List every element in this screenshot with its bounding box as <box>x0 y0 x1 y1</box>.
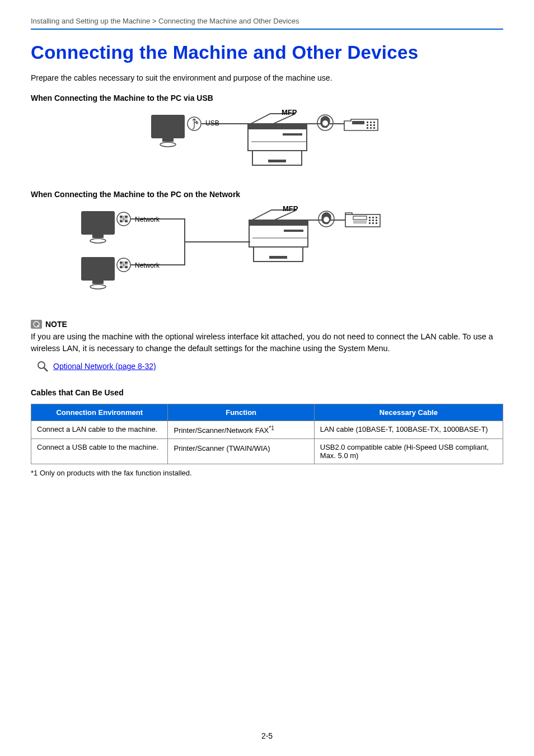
mfp-label-net: MFP <box>283 204 298 213</box>
pc-icon-net-2 <box>81 257 115 289</box>
svg-rect-14 <box>370 122 372 123</box>
pc-icon <box>151 115 185 147</box>
network-icon-1 <box>117 212 130 226</box>
cell-cable-1: USB2.0 compatible cable (Hi-Speed USB co… <box>314 439 503 464</box>
table-row: Connect a USB cable to the machine. Prin… <box>31 439 503 464</box>
svg-rect-15 <box>373 122 375 123</box>
svg-rect-20 <box>370 127 372 129</box>
svg-point-24 <box>90 239 106 243</box>
svg-rect-1 <box>162 138 174 142</box>
svg-rect-57 <box>369 220 371 221</box>
usb-connector-icon <box>188 117 201 130</box>
network-cable-path <box>130 219 250 265</box>
table-header-row: Connection Environment Function Necessar… <box>31 404 503 421</box>
pc-icon-net-1 <box>81 211 115 243</box>
cables-heading: Cables that Can Be Used <box>31 388 503 397</box>
svg-rect-30 <box>125 220 128 222</box>
note-icon <box>31 320 42 329</box>
cell-env-1: Connect a USB cable to the machine. <box>31 439 168 464</box>
magnifier-icon <box>36 360 49 372</box>
page-title: Connecting the Machine and Other Devices <box>31 42 503 63</box>
subheading-usb: When Connecting the Machine to the PC vi… <box>31 94 503 102</box>
th-func: Function <box>168 404 314 421</box>
network-label-2: Network <box>135 262 160 269</box>
svg-rect-56 <box>376 217 377 218</box>
mfp-printer-icon-net <box>249 210 308 262</box>
svg-line-66 <box>44 368 48 372</box>
svg-rect-39 <box>120 266 123 268</box>
cables-table: Connection Environment Function Necessar… <box>31 404 503 464</box>
svg-rect-43 <box>249 220 308 226</box>
usb-label: USB <box>205 119 219 127</box>
svg-rect-33 <box>92 281 104 284</box>
svg-rect-26 <box>120 216 123 218</box>
page-number: 2-5 <box>261 731 273 740</box>
mfp-printer-icon <box>248 114 307 165</box>
svg-rect-5 <box>248 124 307 129</box>
diagram-usb: MFP USB <box>31 109 503 182</box>
svg-rect-59 <box>376 220 377 221</box>
breadcrumb: Installing and Setting up the Machine > … <box>31 17 503 25</box>
mfp-label: MFP <box>282 108 297 116</box>
svg-rect-54 <box>369 217 371 218</box>
phone-handset-icon-net <box>318 211 334 227</box>
note-body: If you are using the machine with the op… <box>31 331 503 354</box>
svg-rect-0 <box>151 115 185 138</box>
cell-func-0: Printer/Scanner/Network FAX*1 <box>168 421 314 439</box>
note-box: NOTE If you are using the machine with t… <box>31 320 503 372</box>
svg-rect-22 <box>81 211 115 235</box>
intro-text: Prepare the cables necessary to suit the… <box>31 73 503 82</box>
phone-base-icon <box>344 119 378 130</box>
svg-rect-13 <box>367 122 368 123</box>
svg-rect-61 <box>372 222 374 224</box>
svg-rect-32 <box>81 257 115 281</box>
svg-rect-36 <box>120 262 123 264</box>
network-diagram-svg <box>31 206 423 309</box>
svg-rect-6 <box>252 151 302 165</box>
cell-env-0: Connect a LAN cable to the machine. <box>31 421 168 439</box>
svg-rect-21 <box>373 127 375 129</box>
svg-point-2 <box>160 142 176 147</box>
svg-point-65 <box>38 362 45 368</box>
svg-rect-46 <box>284 230 303 232</box>
svg-rect-62 <box>376 222 377 224</box>
note-header: NOTE <box>31 320 503 329</box>
svg-rect-23 <box>92 235 104 238</box>
svg-rect-8 <box>283 133 302 136</box>
diagram-network: MFP Network Network <box>31 206 503 312</box>
phone-handset-icon <box>317 115 333 130</box>
svg-point-34 <box>90 284 106 289</box>
svg-rect-45 <box>269 256 287 259</box>
cell-cable-0: LAN cable (10BASE-T, 100BASE-TX, 1000BAS… <box>314 421 503 439</box>
svg-rect-51 <box>353 216 367 220</box>
svg-point-49 <box>324 217 329 222</box>
usb-diagram-svg <box>31 109 423 182</box>
svg-point-11 <box>322 120 328 126</box>
svg-rect-44 <box>254 247 303 262</box>
svg-rect-55 <box>372 217 374 218</box>
optional-network-link[interactable]: Optional Network (page 8-32) <box>53 362 156 371</box>
svg-rect-16 <box>367 124 368 126</box>
subheading-network: When Connecting the Machine to the PC on… <box>31 190 503 199</box>
network-icon-2 <box>117 258 130 272</box>
table-row: Connect a LAN cable to the machine. Prin… <box>31 421 503 439</box>
svg-rect-7 <box>268 160 286 162</box>
svg-rect-27 <box>125 216 128 218</box>
note-title: NOTE <box>45 320 67 329</box>
svg-rect-29 <box>120 220 123 222</box>
phone-base-icon-net <box>345 213 380 227</box>
svg-rect-18 <box>373 124 375 126</box>
header-divider <box>31 29 503 30</box>
th-env: Connection Environment <box>31 404 168 421</box>
svg-rect-19 <box>367 127 368 129</box>
svg-rect-58 <box>372 220 374 221</box>
svg-rect-17 <box>370 124 372 126</box>
svg-rect-37 <box>125 262 128 264</box>
svg-rect-60 <box>369 222 371 224</box>
svg-rect-40 <box>125 266 128 268</box>
th-cable: Necessary Cable <box>314 404 503 421</box>
footnote: *1 Only on products with the fax functio… <box>31 469 503 477</box>
note-link-row: Optional Network (page 8-32) <box>36 360 503 372</box>
network-label-1: Network <box>135 216 160 223</box>
cell-func-1: Printer/Scanner (TWAIN/WIA) <box>168 439 314 464</box>
